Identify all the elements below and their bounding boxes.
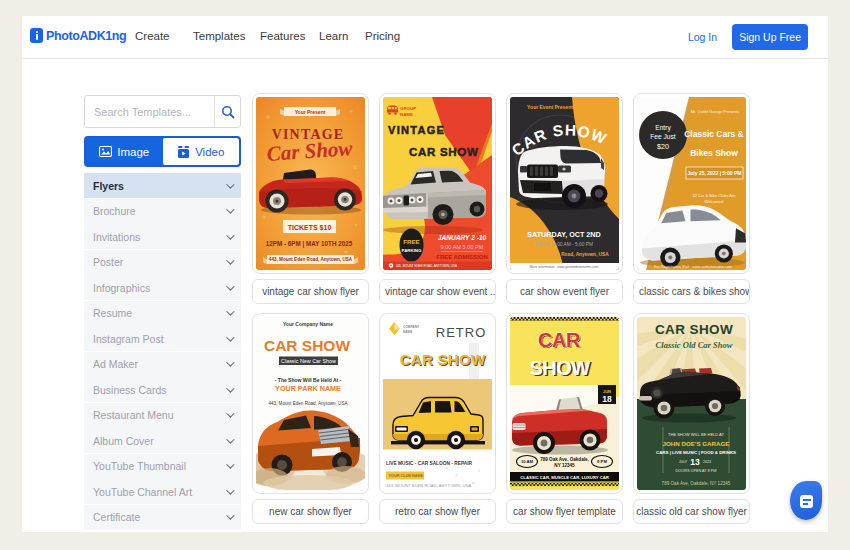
svg-text:JULY: JULY — [679, 460, 688, 464]
svg-text:YOUR CLUB NAME: YOUR CLUB NAME — [389, 474, 424, 478]
svg-text:Mr. Outlet Garage Presents: Mr. Outlet Garage Presents — [691, 109, 740, 114]
svg-text:FREE ADMISSION: FREE ADMISSION — [436, 254, 487, 260]
svg-text:JOHN DOE'S GARAGE: JOHN DOE'S GARAGE — [663, 440, 730, 447]
svg-text:443, MOUNT EDEN ROAD, ANYTOWN,: 443, MOUNT EDEN ROAD, ANYTOWN, USA — [386, 483, 471, 488]
svg-text:NAME: NAME — [400, 112, 413, 117]
svg-text:Classic New Car Show: Classic New Car Show — [281, 358, 336, 364]
svg-text:Bikes Show: Bikes Show — [690, 148, 738, 158]
svg-text:443, Mount Eden Road, Anytown,: 443, Mount Eden Road, Anytown, USA — [268, 401, 348, 406]
svg-text:Your Company Name: Your Company Name — [283, 321, 333, 327]
svg-text:18: 18 — [602, 394, 612, 404]
svg-text:9:00 AM 5:00 PM: 9:00 AM 5:00 PM — [441, 244, 484, 250]
svg-text:For Registration Visit : www.w: For Registration Visit : www.websitename… — [654, 265, 732, 269]
svg-text:789 Oak Ave, Oakdale, NY 12345: 789 Oak Ave, Oakdale, NY 12345 — [662, 481, 731, 486]
svg-text:CAR: CAR — [538, 329, 581, 351]
svg-text:Welcomed: Welcomed — [705, 199, 724, 204]
svg-text:445, MOUNT EDEN ROAD, ANYTOWN,: 445, MOUNT EDEN ROAD, ANYTOWN, USA — [396, 264, 457, 268]
svg-text:$20: $20 — [657, 142, 669, 151]
svg-text:CAR SHOW: CAR SHOW — [655, 322, 733, 337]
svg-text:Fee Just: Fee Just — [650, 133, 675, 140]
svg-text:YOUR PARK NAME: YOUR PARK NAME — [275, 384, 341, 393]
svg-text:789 Oak Ave, Oakdale,: 789 Oak Ave, Oakdale, — [540, 457, 589, 462]
svg-text:SHOW: SHOW — [529, 357, 590, 379]
svg-text:DOORS OPEN AT 8 PM: DOORS OPEN AT 8 PM — [675, 469, 716, 473]
svg-text:Your Event Present: Your Event Present — [527, 104, 573, 110]
svg-text:9 PM: 9 PM — [597, 459, 607, 464]
svg-text:Classic Cars &: Classic Cars & — [684, 129, 744, 139]
svg-text:FROM 10:00 AM - 5:00 PM: FROM 10:00 AM - 5:00 PM — [535, 242, 593, 247]
svg-text:CAR SHOW: CAR SHOW — [409, 146, 479, 158]
svg-text:JANUARY 2 -10: JANUARY 2 -10 — [438, 234, 487, 241]
svg-text:42 Car & Bike Clubs Are: 42 Car & Bike Clubs Are — [692, 193, 736, 198]
svg-text:CLASSIC CAR, MUSCLE CAR, LUXUR: CLASSIC CAR, MUSCLE CAR, LUXURY CAR — [520, 475, 608, 480]
svg-text:THE SHOW WILL BE HELD AT: THE SHOW WILL BE HELD AT — [668, 432, 724, 437]
svg-text:443, Mount Eden Road, Anytown,: 443, Mount Eden Road, Anytown, USA — [269, 257, 353, 262]
svg-text:VINTAGE: VINTAGE — [388, 124, 445, 136]
svg-text:12PM - 6PM | MAY 10TH 2025: 12PM - 6PM | MAY 10TH 2025 — [266, 240, 353, 248]
svg-text:GROUP: GROUP — [400, 106, 416, 111]
svg-text:COMPANY: COMPANY — [403, 325, 420, 329]
svg-text:More information : www.yourweb: More information : www.yourwebsitename.c… — [530, 265, 599, 269]
svg-text:CAR SHOW: CAR SHOW — [264, 337, 350, 354]
svg-text:Your Present: Your Present — [295, 109, 326, 115]
svg-text:NY 12345: NY 12345 — [554, 463, 575, 468]
svg-text:LIVE MUSIC - CAR SALOON - REPA: LIVE MUSIC - CAR SALOON - REPAIR — [386, 461, 473, 466]
svg-text:2023: 2023 — [703, 460, 711, 464]
svg-text:RETRO: RETRO — [436, 325, 487, 340]
svg-text:CAR SHOW: CAR SHOW — [400, 351, 486, 368]
svg-text:PARKING: PARKING — [402, 248, 423, 253]
svg-text:At 445, Mount Eden Road, Anyto: At 445, Mount Eden Road, Anytown, USA — [515, 252, 609, 257]
svg-text:NAME: NAME — [403, 330, 412, 334]
svg-text:- The Show Will Be Held At -: - The Show Will Be Held At - — [275, 377, 342, 383]
svg-text:10 AM: 10 AM — [521, 459, 534, 464]
svg-text:13: 13 — [690, 457, 700, 467]
svg-text:July 25, 2022 | 5:00 PM: July 25, 2022 | 5:00 PM — [688, 170, 742, 176]
svg-text:Entry: Entry — [655, 124, 671, 132]
svg-text:Classic Old Car Show: Classic Old Car Show — [656, 340, 733, 350]
svg-text:TICKETS $10: TICKETS $10 — [288, 224, 332, 232]
svg-text:FREE: FREE — [403, 238, 420, 245]
svg-text:CARS | LIVE MUSIC | FOOD & DRI: CARS | LIVE MUSIC | FOOD & DRINKS — [656, 450, 736, 455]
svg-text:SATURDAY, OCT 2ND: SATURDAY, OCT 2ND — [527, 230, 600, 239]
